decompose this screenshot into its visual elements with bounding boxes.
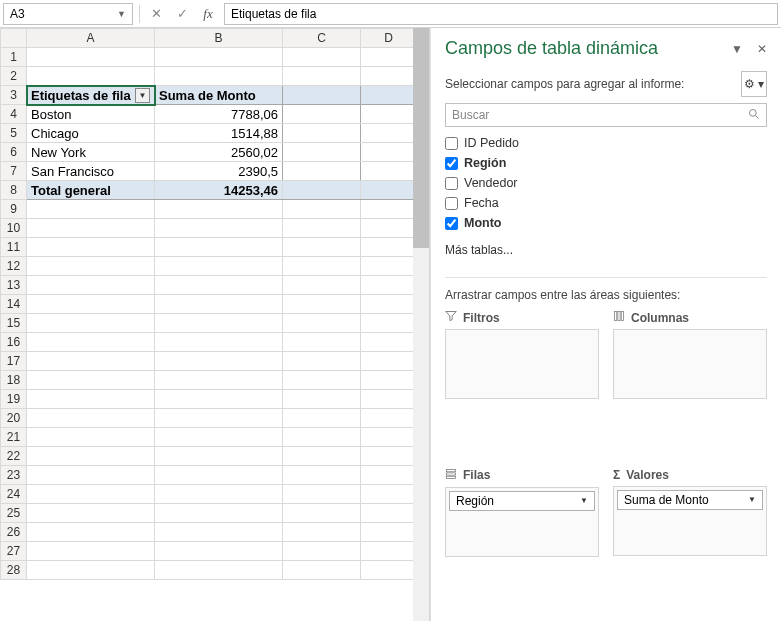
cell-A11[interactable] — [27, 238, 155, 257]
field-checkbox[interactable] — [445, 137, 458, 150]
cell-A21[interactable] — [27, 428, 155, 447]
row-header-16[interactable]: 16 — [1, 333, 27, 352]
cell-D2[interactable] — [361, 67, 417, 86]
cell-B6[interactable]: 2560,02 — [155, 143, 283, 162]
cancel-formula-button[interactable]: ✕ — [146, 6, 166, 21]
cell-A26[interactable] — [27, 523, 155, 542]
row-header-10[interactable]: 10 — [1, 219, 27, 238]
cell-A22[interactable] — [27, 447, 155, 466]
cell-B14[interactable] — [155, 295, 283, 314]
cell-C11[interactable] — [283, 238, 361, 257]
row-header-8[interactable]: 8 — [1, 181, 27, 200]
cell-D10[interactable] — [361, 219, 417, 238]
cell-C25[interactable] — [283, 504, 361, 523]
cell-D13[interactable] — [361, 276, 417, 295]
cell-A17[interactable] — [27, 352, 155, 371]
cell-B3[interactable]: Suma de Monto — [155, 86, 283, 105]
row-header-14[interactable]: 14 — [1, 295, 27, 314]
cell-B9[interactable] — [155, 200, 283, 219]
cell-D9[interactable] — [361, 200, 417, 219]
cell-C5[interactable] — [283, 124, 361, 143]
cell-C9[interactable] — [283, 200, 361, 219]
cell-B7[interactable]: 2390,5 — [155, 162, 283, 181]
cell-C8[interactable] — [283, 181, 361, 200]
cell-C18[interactable] — [283, 371, 361, 390]
close-icon[interactable]: ✕ — [757, 42, 767, 56]
cell-C2[interactable] — [283, 67, 361, 86]
cell-B21[interactable] — [155, 428, 283, 447]
row-header-25[interactable]: 25 — [1, 504, 27, 523]
cell-D11[interactable] — [361, 238, 417, 257]
row-header-3[interactable]: 3 — [1, 86, 27, 105]
cell-B4[interactable]: 7788,06 — [155, 105, 283, 124]
row-header-11[interactable]: 11 — [1, 238, 27, 257]
cell-C17[interactable] — [283, 352, 361, 371]
row-header-27[interactable]: 27 — [1, 542, 27, 561]
gear-icon[interactable]: ⚙ ▾ — [741, 71, 767, 97]
row-header-28[interactable]: 28 — [1, 561, 27, 580]
cell-C21[interactable] — [283, 428, 361, 447]
cell-D23[interactable] — [361, 466, 417, 485]
cell-A7[interactable]: San Francisco — [27, 162, 155, 181]
cell-A24[interactable] — [27, 485, 155, 504]
cell-B22[interactable] — [155, 447, 283, 466]
cell-D14[interactable] — [361, 295, 417, 314]
field-item-monto[interactable]: Monto — [445, 213, 767, 233]
cell-B18[interactable] — [155, 371, 283, 390]
cell-C20[interactable] — [283, 409, 361, 428]
area-columns-drop[interactable] — [613, 329, 767, 399]
name-box[interactable]: A3 ▼ — [3, 3, 133, 25]
cell-A3[interactable]: Etiquetas de fila▼ — [27, 86, 155, 105]
row-header-17[interactable]: 17 — [1, 352, 27, 371]
row-header-20[interactable]: 20 — [1, 409, 27, 428]
area-filters-drop[interactable] — [445, 329, 599, 399]
cell-C19[interactable] — [283, 390, 361, 409]
cell-B28[interactable] — [155, 561, 283, 580]
cell-A18[interactable] — [27, 371, 155, 390]
cell-D15[interactable] — [361, 314, 417, 333]
row-header-19[interactable]: 19 — [1, 390, 27, 409]
cell-A19[interactable] — [27, 390, 155, 409]
cell-B25[interactable] — [155, 504, 283, 523]
cell-B10[interactable] — [155, 219, 283, 238]
filter-dropdown-icon[interactable]: ▼ — [135, 88, 150, 103]
cell-A6[interactable]: New York — [27, 143, 155, 162]
field-item-id-pedido[interactable]: ID Pedido — [445, 133, 767, 153]
cell-C13[interactable] — [283, 276, 361, 295]
cell-D1[interactable] — [361, 48, 417, 67]
cell-D5[interactable] — [361, 124, 417, 143]
cell-C1[interactable] — [283, 48, 361, 67]
cell-D26[interactable] — [361, 523, 417, 542]
row-header-13[interactable]: 13 — [1, 276, 27, 295]
cell-A9[interactable] — [27, 200, 155, 219]
field-checkbox[interactable] — [445, 197, 458, 210]
cell-B24[interactable] — [155, 485, 283, 504]
row-header-2[interactable]: 2 — [1, 67, 27, 86]
cell-D20[interactable] — [361, 409, 417, 428]
cell-A4[interactable]: Boston — [27, 105, 155, 124]
cell-A25[interactable] — [27, 504, 155, 523]
scrollbar-thumb[interactable] — [413, 28, 429, 248]
cell-B13[interactable] — [155, 276, 283, 295]
cell-C12[interactable] — [283, 257, 361, 276]
cell-A5[interactable]: Chicago — [27, 124, 155, 143]
row-header-18[interactable]: 18 — [1, 371, 27, 390]
cell-D7[interactable] — [361, 162, 417, 181]
cell-C23[interactable] — [283, 466, 361, 485]
field-checkbox[interactable] — [445, 177, 458, 190]
field-item-fecha[interactable]: Fecha — [445, 193, 767, 213]
cell-C27[interactable] — [283, 542, 361, 561]
row-header-22[interactable]: 22 — [1, 447, 27, 466]
cell-C24[interactable] — [283, 485, 361, 504]
cell-B2[interactable] — [155, 67, 283, 86]
row-header-21[interactable]: 21 — [1, 428, 27, 447]
cell-A1[interactable] — [27, 48, 155, 67]
cell-A27[interactable] — [27, 542, 155, 561]
cell-B15[interactable] — [155, 314, 283, 333]
cell-D12[interactable] — [361, 257, 417, 276]
cell-B12[interactable] — [155, 257, 283, 276]
select-all-corner[interactable] — [1, 29, 27, 48]
more-tables-link[interactable]: Más tablas... — [445, 243, 767, 257]
formula-input[interactable]: Etiquetas de fila — [224, 3, 778, 25]
cell-D6[interactable] — [361, 143, 417, 162]
